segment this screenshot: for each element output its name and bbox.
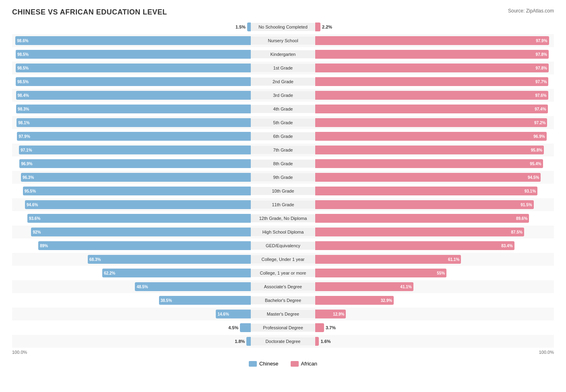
- bar-left: 98.6%: [15, 36, 251, 45]
- bar-right: [315, 23, 320, 31]
- bar-right: [315, 323, 324, 332]
- bar-row: 98.5% Kindergarten 97.8%: [12, 48, 554, 61]
- right-section: 89.6%: [315, 213, 554, 224]
- val-left-outside: 4.5%: [228, 325, 238, 330]
- left-bar-container: 92%: [12, 226, 251, 238]
- left-section: 62.2%: [12, 267, 251, 279]
- bar-left: 98.5%: [16, 50, 251, 59]
- val-right-outside: 1.6%: [320, 339, 331, 344]
- legend: Chinese African: [12, 361, 554, 371]
- left-bar-container: 98.5%: [12, 76, 251, 87]
- val-right: 87.5%: [511, 230, 523, 234]
- bar-right: 97.9%: [315, 36, 549, 45]
- chart-title: CHINESE VS AFRICAN EDUCATION LEVEL: [12, 8, 554, 16]
- left-section: 92%: [12, 226, 251, 238]
- bars-wrapper: 98.1% 5th Grade 97.2%: [12, 117, 554, 128]
- val-right: 97.4%: [535, 107, 546, 111]
- category-label: 5th Grade: [251, 119, 315, 127]
- bar-left: 95.5%: [23, 187, 251, 195]
- category-label: Nursery School: [251, 37, 315, 45]
- bars-wrapper: 98.6% Nursery School 97.9%: [12, 35, 554, 46]
- val-right-outside: 3.7%: [326, 325, 336, 330]
- bars-wrapper: 92% High School Diploma 87.5%: [12, 226, 554, 238]
- bars-wrapper: 97.1% 7th Grade 95.8%: [12, 144, 554, 156]
- bar-row: 98.4% 3rd Grade 97.6%: [12, 89, 554, 102]
- right-bar-container: 97.7%: [315, 76, 554, 87]
- left-bar-container: 98.3%: [12, 103, 251, 115]
- bar-row: 98.5% 2nd Grade 97.7%: [12, 75, 554, 88]
- val-left: 97.9%: [19, 134, 30, 139]
- footer-left: 100.0%: [12, 350, 27, 355]
- bar-right: 96.9%: [315, 132, 547, 141]
- category-label: Bachelor's Degree: [251, 296, 315, 304]
- right-section: 61.1%: [315, 254, 554, 265]
- val-left: 98.5%: [17, 66, 29, 70]
- val-right-outside: 2.2%: [322, 25, 332, 29]
- bars-wrapper: 1.5% No Schooling Completed 2.2%: [12, 21, 554, 33]
- left-bar-container: 98.5%: [12, 62, 251, 74]
- left-section: 14.6%: [12, 308, 251, 320]
- val-right: 55%: [437, 271, 445, 275]
- bars-wrapper: 94.6% 11th Grade 91.5%: [12, 199, 554, 210]
- bar-left: 97.1%: [19, 146, 251, 154]
- left-section: 98.5%: [12, 76, 251, 87]
- bar-row: 98.6% Nursery School 97.9%: [12, 34, 554, 47]
- source-text: Source: ZipAtlas.com: [508, 8, 554, 14]
- right-bar-container: 61.1%: [315, 254, 554, 265]
- right-section: 2.2%: [315, 21, 554, 33]
- bar-left: 48.5%: [135, 282, 251, 291]
- left-section: 89%: [12, 240, 251, 251]
- bar-right: 97.6%: [315, 91, 548, 100]
- bar-right: 32.9%: [315, 296, 394, 305]
- left-section: 4.5%: [12, 322, 251, 333]
- bar-row: 98.1% 5th Grade 97.2%: [12, 116, 554, 129]
- left-bar-container: 4.5%: [12, 322, 251, 333]
- left-section: 98.4%: [12, 90, 251, 101]
- bars-wrapper: 98.4% 3rd Grade 97.6%: [12, 90, 554, 101]
- bars-wrapper: 4.5% Professional Degree 3.7%: [12, 322, 554, 333]
- bars-wrapper: 98.5% 2nd Grade 97.7%: [12, 76, 554, 87]
- val-left: 38.5%: [161, 298, 172, 303]
- category-label: No Schooling Completed: [251, 23, 315, 31]
- legend-african-label: African: [301, 361, 317, 367]
- bar-right: 89.6%: [315, 214, 529, 223]
- val-right: 96.9%: [533, 134, 545, 139]
- bar-right: 94.5%: [315, 173, 541, 182]
- right-bar-container: 97.8%: [315, 49, 554, 60]
- left-section: 95.5%: [12, 185, 251, 197]
- bar-left: 98.5%: [16, 77, 251, 86]
- left-bar-container: 96.3%: [12, 172, 251, 183]
- category-label: 12th Grade, No Diploma: [251, 214, 315, 222]
- bars-wrapper: 96.3% 9th Grade 94.5%: [12, 172, 554, 183]
- bar-row: 97.1% 7th Grade 95.8%: [12, 144, 554, 156]
- left-section: 1.5%: [12, 21, 251, 33]
- bar-left: 94.6%: [25, 200, 251, 209]
- val-left: 93.6%: [29, 216, 40, 221]
- left-bar-container: 95.5%: [12, 185, 251, 197]
- right-section: 91.5%: [315, 199, 554, 210]
- right-section: 1.6%: [315, 336, 554, 347]
- val-right: 97.6%: [535, 93, 546, 98]
- category-label: 7th Grade: [251, 146, 315, 154]
- bar-left: 96.9%: [19, 159, 251, 168]
- bar-right: 97.2%: [315, 118, 547, 127]
- right-bar-container: 93.1%: [315, 185, 554, 197]
- val-right: 32.9%: [381, 298, 392, 303]
- left-section: 97.9%: [12, 131, 251, 142]
- left-section: 98.6%: [12, 35, 251, 46]
- bar-right: 61.1%: [315, 255, 461, 264]
- category-label: 2nd Grade: [251, 78, 315, 86]
- val-right: 95.4%: [530, 162, 541, 166]
- val-right: 83.4%: [501, 244, 512, 248]
- right-section: 96.9%: [315, 131, 554, 142]
- category-label: GED/Equivalency: [251, 242, 315, 250]
- right-bar-container: 41.1%: [315, 281, 554, 292]
- bar-left: 98.4%: [16, 91, 251, 100]
- val-left: 98.4%: [18, 93, 29, 98]
- right-bar-container: 2.2%: [315, 21, 554, 33]
- bar-row: 1.5% No Schooling Completed 2.2%: [12, 21, 554, 33]
- bar-left: 62.2%: [102, 269, 251, 277]
- category-label: Professional Degree: [251, 324, 315, 332]
- left-bar-container: 62.2%: [12, 267, 251, 279]
- bar-row: 4.5% Professional Degree 3.7%: [12, 321, 554, 334]
